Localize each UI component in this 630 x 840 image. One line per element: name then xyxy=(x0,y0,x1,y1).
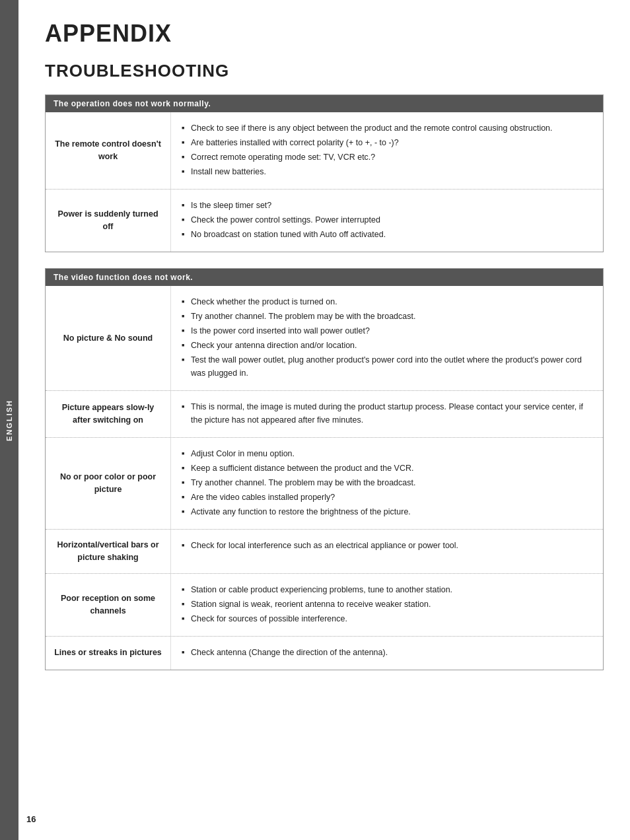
list-item: Check for local interference such as an … xyxy=(182,539,592,552)
page-wrapper: ENGLISH APPENDIX TROUBLESHOOTING The ope… xyxy=(0,0,630,840)
row-content: This is normal, the image is muted durin… xyxy=(171,391,603,437)
row-label: Poor reception on some channels xyxy=(46,574,171,636)
sidebar-label: ENGLISH xyxy=(5,400,13,441)
list-item: Adjust Color in menu option. xyxy=(182,447,592,460)
table-row: Lines or streaks in picturesCheck antenn… xyxy=(46,636,603,670)
list-item: Check your antenna direction and/or loca… xyxy=(182,339,592,352)
list-item: Check whether the product is turned on. xyxy=(182,295,592,308)
list-item: Station or cable product experiencing pr… xyxy=(182,583,592,596)
list-item: Correct remote operating mode set: TV, V… xyxy=(182,151,592,164)
list-item: Try another channel. The problem may be … xyxy=(182,476,592,489)
list-item: Test the wall power outlet, plug another… xyxy=(182,353,592,380)
list-item: Are the video cables installed properly? xyxy=(182,491,592,504)
list-item: Are batteries installed with correct pol… xyxy=(182,136,592,149)
table-row: No picture & No soundCheck whether the p… xyxy=(46,286,603,390)
table-row: Picture appears slow-ly after switching … xyxy=(46,390,603,437)
table-row: No or poor color or poor pictureAdjust C… xyxy=(46,437,603,529)
table2-header: The video function does not work. xyxy=(46,269,603,286)
sidebar: ENGLISH xyxy=(0,0,18,840)
row-label: Horizontal/vertical bars or picture shak… xyxy=(46,530,171,573)
list-item: Keep a sufficient distance between the p… xyxy=(182,462,592,475)
troubleshooting-title: TROUBLESHOOTING xyxy=(45,61,604,81)
row-content: Check for local interference such as an … xyxy=(171,530,603,573)
table-row: Power is suddenly turned offIs the sleep… xyxy=(46,189,603,252)
row-content: Adjust Color in menu option.Keep a suffi… xyxy=(171,438,603,529)
table-row: The remote control doesn't workCheck to … xyxy=(46,112,603,189)
row-content: Check whether the product is turned on.T… xyxy=(171,286,603,390)
row-label: The remote control doesn't work xyxy=(46,112,171,189)
list-item: Check to see if there is any object betw… xyxy=(182,122,592,135)
list-item: Activate any function to restore the bri… xyxy=(182,505,592,518)
table2-body: No picture & No soundCheck whether the p… xyxy=(46,286,603,670)
table1-header: The operation does not work normally. xyxy=(46,95,603,112)
row-content: Is the sleep timer set?Check the power c… xyxy=(171,190,603,252)
table-video: The video function does not work. No pic… xyxy=(45,268,604,670)
list-item: Is the power cord inserted into wall pow… xyxy=(182,324,592,337)
row-label: Picture appears slow-ly after switching … xyxy=(46,391,171,437)
row-content: Check to see if there is any object betw… xyxy=(171,112,603,189)
list-item: Is the sleep timer set? xyxy=(182,199,592,212)
table-row: Horizontal/vertical bars or picture shak… xyxy=(46,529,603,573)
list-item: Check the power control settings. Power … xyxy=(182,213,592,227)
row-label: Lines or streaks in pictures xyxy=(46,637,171,670)
main-content: APPENDIX TROUBLESHOOTING The operation d… xyxy=(18,0,630,840)
list-item: Check antenna (Change the direction of t… xyxy=(182,646,592,659)
row-label: No picture & No sound xyxy=(46,286,171,390)
table-row: Poor reception on some channelsStation o… xyxy=(46,573,603,636)
list-item: This is normal, the image is muted durin… xyxy=(182,400,592,427)
table-operation: The operation does not work normally. Th… xyxy=(45,94,604,252)
list-item: Install new batteries. xyxy=(182,165,592,178)
appendix-title: APPENDIX xyxy=(45,20,604,48)
list-item: Check for sources of possible interferen… xyxy=(182,612,592,625)
list-item: No broadcast on station tuned with Auto … xyxy=(182,228,592,241)
row-content: Check antenna (Change the direction of t… xyxy=(171,637,603,670)
list-item: Try another channel. The problem may be … xyxy=(182,310,592,323)
table1-body: The remote control doesn't workCheck to … xyxy=(46,112,603,252)
list-item: Station signal is weak, reorient antenna… xyxy=(182,598,592,611)
row-label: No or poor color or poor picture xyxy=(46,438,171,529)
page-number: 16 xyxy=(26,814,36,824)
row-label: Power is suddenly turned off xyxy=(46,190,171,252)
row-content: Station or cable product experiencing pr… xyxy=(171,574,603,636)
